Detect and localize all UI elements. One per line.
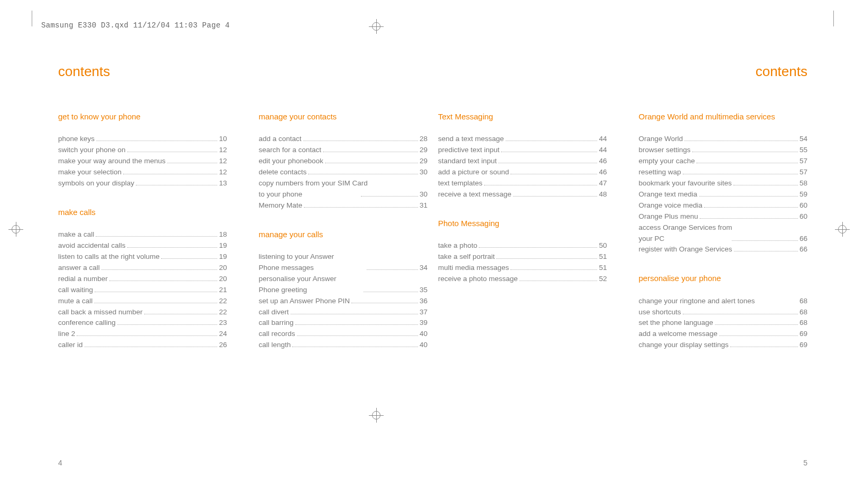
leader-dots xyxy=(699,196,798,197)
toc-entry: predictive text input44 xyxy=(438,145,607,156)
toc-entry-page: 60 xyxy=(800,211,807,222)
toc-entry-text: edit your phonebook xyxy=(259,156,323,167)
toc-entry-page: 24 xyxy=(219,329,227,340)
toc-entry-text: resetting wap xyxy=(639,167,681,178)
toc-entry: resetting wap57 xyxy=(639,167,808,178)
toc-entry-text: predictive text input xyxy=(438,145,499,156)
leader-dots xyxy=(696,163,798,163)
toc-entry-page: 13 xyxy=(219,178,227,189)
toc-entry: call length40 xyxy=(259,340,428,351)
toc-entry-page: 30 xyxy=(420,167,428,178)
toc-entry-page: 19 xyxy=(219,251,227,263)
toc-entry-text: call records xyxy=(259,329,295,340)
toc-entry: listening to your AnswerPhone messages34 xyxy=(259,251,428,274)
toc-entry: take a photo50 xyxy=(438,240,607,251)
toc-entry-text: send a text message xyxy=(438,134,504,145)
toc-entry-text: change your display settings xyxy=(639,340,729,351)
toc-section: get to know your phonephone keys10switch… xyxy=(58,111,227,189)
toc-entry: add a contact28 xyxy=(259,134,428,145)
toc-entry-text: register with Orange Services xyxy=(639,244,732,255)
toc-entry: avoid accidental calls19 xyxy=(58,240,227,251)
toc-entry-text: take a self portrait xyxy=(438,251,495,263)
toc-entry: use shortcuts68 xyxy=(639,307,808,318)
toc-entry: switch your phone on12 xyxy=(58,145,227,156)
toc-entry-page: 10 xyxy=(219,134,227,145)
toc-section-title: Photo Messaging xyxy=(438,218,607,229)
leader-dots xyxy=(513,196,598,197)
toc-entry: Orange Plus menu60 xyxy=(639,211,808,222)
leader-dots xyxy=(96,236,217,237)
leader-dots xyxy=(96,141,217,141)
leader-dots xyxy=(117,324,218,325)
toc-entry: copy numbers from your SIM Cardto your p… xyxy=(259,178,428,200)
toc-entry-text: listen to calls at the right volume xyxy=(58,251,160,263)
toc-entry-page: 46 xyxy=(599,156,607,167)
toc-entry-text: copy numbers from your SIM Card xyxy=(259,178,428,189)
toc-section-title: Text Messaging xyxy=(438,111,607,122)
running-head-left: contents xyxy=(58,63,428,80)
toc-entry-text: access Orange Services from xyxy=(639,222,808,234)
toc-entry-text: call length xyxy=(259,340,291,351)
toc-entry: change your display settings69 xyxy=(639,340,808,351)
toc-entry-text: bookmark your favourite sites xyxy=(639,178,732,189)
toc-entry-page: 19 xyxy=(219,240,227,251)
leader-dots xyxy=(136,185,217,185)
toc-entry-page: 51 xyxy=(599,263,607,274)
leader-dots xyxy=(127,152,218,152)
toc-entry: set the phone language68 xyxy=(639,318,808,329)
leader-dots xyxy=(496,258,597,259)
leader-dots xyxy=(303,141,418,141)
leader-dots xyxy=(351,303,418,303)
leader-dots xyxy=(510,269,597,270)
toc-entry-text: add a welcome message xyxy=(639,329,718,340)
print-header: Samsung E330 D3.qxd 11/12/04 11:03 Page … xyxy=(41,21,230,30)
toc-entry-page: 35 xyxy=(420,285,428,296)
toc-entry: line 224 xyxy=(58,329,227,340)
toc-entry: text templates47 xyxy=(438,178,607,189)
toc-entry-text: call back a missed number xyxy=(58,307,143,318)
leader-dots xyxy=(127,247,218,248)
toc-entry-page: 39 xyxy=(420,318,428,329)
toc-entry: call waiting21 xyxy=(58,285,227,296)
toc-entry-text: take a photo xyxy=(438,240,477,251)
toc-entry: edit your phonebook29 xyxy=(259,156,428,167)
toc-entry-page: 58 xyxy=(800,178,807,189)
toc-entry-text: delete contacts xyxy=(259,167,307,178)
toc-section-title: Orange World and multimedia services xyxy=(639,111,808,122)
toc-entry-text: make a call xyxy=(58,229,94,240)
leader-dots xyxy=(308,174,418,174)
toc-entry: Orange voice media60 xyxy=(639,200,808,211)
toc-entry-page: 69 xyxy=(800,340,807,351)
toc-entry: standard text input46 xyxy=(438,156,607,167)
toc-entry-page: 20 xyxy=(219,274,227,285)
toc-entry-page: 34 xyxy=(420,263,428,274)
toc-entry-text: make your way around the menus xyxy=(58,156,165,167)
toc-entry-text: standard text input xyxy=(438,156,497,167)
toc-entry: receive a text message48 xyxy=(438,189,607,200)
toc-entry: conference calling23 xyxy=(58,318,227,329)
leader-dots xyxy=(94,303,217,303)
toc-entry-page: 37 xyxy=(420,307,428,318)
toc-entry-page: 40 xyxy=(420,329,428,340)
toc-entry-text: Orange voice media xyxy=(639,200,703,211)
leader-dots xyxy=(734,251,798,251)
leader-dots xyxy=(109,281,218,281)
leader-dots xyxy=(700,218,798,219)
toc-entry: multi media messages51 xyxy=(438,263,607,274)
page-left: contents get to know your phonephone key… xyxy=(53,53,433,451)
toc-section: personalise your phonechange your ringto… xyxy=(639,273,808,351)
toc-entry-page: 55 xyxy=(800,145,807,156)
toc-entry: call barring39 xyxy=(259,318,428,329)
leader-dots xyxy=(683,174,798,174)
toc-entry: call divert37 xyxy=(259,307,428,318)
toc-entry-text: change your ringtone and alert tones xyxy=(639,296,755,307)
toc-entry-page: 29 xyxy=(420,145,428,156)
registration-mark-icon xyxy=(835,222,850,237)
toc-entry: add a welcome message69 xyxy=(639,329,808,340)
leader-dots xyxy=(101,269,218,270)
toc-entry: Orange text media59 xyxy=(639,189,808,200)
toc-entry-text: your PC xyxy=(639,234,731,245)
toc-entry: mute a call22 xyxy=(58,296,227,307)
toc-section: make callsmake a call18avoid accidental … xyxy=(58,207,227,351)
leader-dots xyxy=(510,174,597,174)
